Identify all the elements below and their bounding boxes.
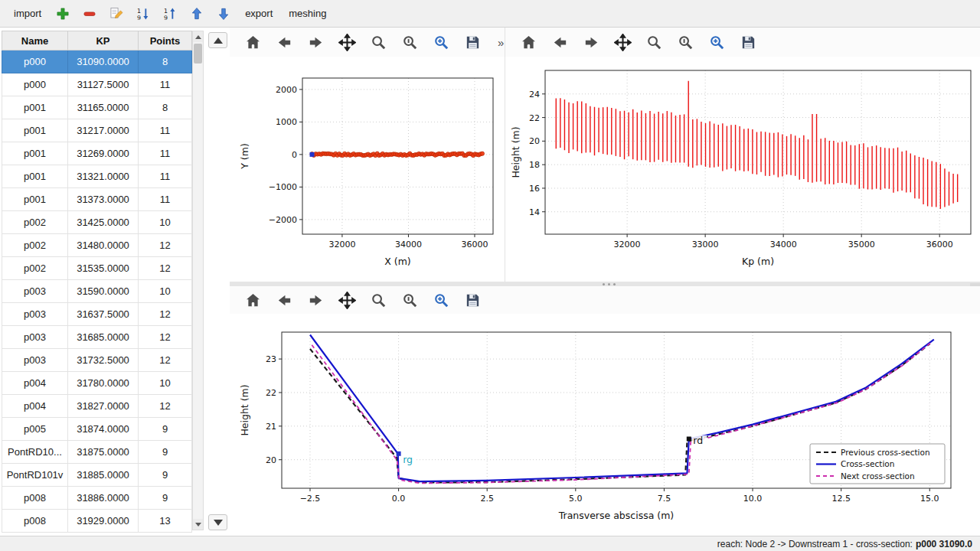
svg-text:0: 0 [292, 150, 297, 160]
zoom-rect-button[interactable] [432, 33, 451, 52]
column-header-kp[interactable]: KP [68, 31, 139, 51]
cell-points: 9 [139, 487, 192, 510]
column-header-name[interactable]: Name [2, 31, 68, 51]
home-button[interactable] [243, 291, 263, 310]
svg-text:21: 21 [266, 422, 276, 432]
cross-section-table: Name KP Points p00031090.00008p00031127.… [2, 31, 192, 533]
save-button[interactable] [739, 33, 758, 52]
table-row[interactable]: p00431780.000010 [2, 372, 192, 395]
cross-section-plot[interactable]: rgrdPrevious cross-sectionCross-sectionN… [230, 314, 980, 536]
column-header-points[interactable]: Points [139, 31, 192, 51]
sort-descending-button[interactable] [133, 4, 153, 24]
scroll-up-button[interactable] [193, 31, 203, 42]
forward-button[interactable] [306, 291, 325, 310]
zoom-icon [645, 34, 663, 51]
svg-text:32000: 32000 [614, 240, 641, 249]
scrollbar-thumb[interactable] [194, 44, 202, 64]
cell-kp: 31875.0000 [68, 441, 139, 464]
cell-points: 11 [139, 119, 192, 142]
table-row[interactable]: p00331685.000012 [2, 326, 192, 349]
svg-text:−2.5: −2.5 [300, 494, 321, 504]
zoom-rect-button[interactable] [707, 33, 727, 52]
pan-button[interactable] [613, 33, 632, 52]
table-row[interactable]: p00131321.000011 [2, 165, 192, 188]
cell-name: p001 [2, 142, 68, 165]
table-scrollbar[interactable] [192, 31, 204, 530]
zoom-button[interactable] [645, 33, 664, 52]
panel-up-button[interactable] [208, 32, 227, 48]
table-row[interactable]: p00331732.500012 [2, 349, 192, 372]
cell-kp: 31535.0000 [68, 257, 139, 280]
pan-button[interactable] [338, 291, 357, 310]
cross-section-list-panel: Name KP Points p00031090.00008p00031127.… [0, 28, 230, 536]
forward-button[interactable] [306, 33, 325, 52]
zoom-button[interactable] [369, 291, 388, 310]
arrow-up-icon [189, 6, 204, 21]
table-row[interactable]: p00231480.000012 [2, 234, 192, 257]
subplots-button[interactable] [400, 33, 420, 52]
table-row[interactable]: p00131217.000011 [2, 119, 192, 142]
table-row[interactable]: p00031090.00008 [2, 51, 192, 73]
cell-name: p001 [2, 188, 68, 211]
move-down-button[interactable] [214, 4, 234, 24]
svg-text:Y (m): Y (m) [239, 143, 250, 170]
table-row[interactable]: p00131373.000011 [2, 188, 192, 211]
home-button[interactable] [243, 33, 263, 52]
forward-icon [583, 34, 600, 51]
sort-ascending-icon [162, 6, 178, 21]
import-button[interactable]: import [9, 5, 46, 22]
add-cross-section-button[interactable] [53, 4, 73, 24]
longitudinal-profile-plot[interactable]: 3200033000340003500036000141618202224Kp … [505, 57, 980, 282]
table-row[interactable]: p00331637.500012 [2, 303, 192, 326]
table-row[interactable]: p00031127.500011 [2, 73, 192, 96]
export-button[interactable]: export [240, 5, 277, 22]
panel-down-button[interactable] [208, 514, 227, 530]
svg-text:35000: 35000 [848, 240, 875, 249]
cell-name: p004 [2, 395, 68, 418]
table-row[interactable]: p00431827.000012 [2, 395, 192, 418]
table-row[interactable]: p00331590.000010 [2, 280, 192, 303]
table-row[interactable]: p00531874.00009 [2, 418, 192, 441]
cross-section-plot-toolbar [230, 286, 980, 314]
subplots-button[interactable] [400, 291, 420, 310]
home-icon [244, 292, 262, 309]
table-row[interactable]: PontRD10...31875.00009 [2, 441, 192, 464]
down-triangle-icon [214, 520, 223, 526]
table-row[interactable]: PontRD101v31885.00009 [2, 464, 192, 487]
save-button[interactable] [463, 291, 482, 310]
zoom-rect-button[interactable] [432, 291, 451, 310]
back-button[interactable] [275, 291, 294, 310]
table-row[interactable]: p00231535.000012 [2, 257, 192, 280]
cell-kp: 31217.0000 [68, 119, 139, 142]
table-row[interactable]: p00831929.000013 [2, 510, 192, 533]
svg-text:34000: 34000 [770, 240, 797, 249]
back-button[interactable] [275, 33, 294, 52]
cell-points: 13 [139, 510, 192, 533]
status-reach-text: reach: Node 2 -> Downstream 1 - cross-se… [717, 539, 913, 549]
table-row[interactable]: p00231425.000010 [2, 211, 192, 234]
move-up-button[interactable] [187, 4, 207, 24]
zoom-button[interactable] [369, 33, 388, 52]
home-button[interactable] [519, 33, 538, 52]
subplots-button[interactable] [676, 33, 695, 52]
forward-button[interactable] [582, 33, 601, 52]
table-row[interactable]: p00831886.00009 [2, 487, 192, 510]
pan-button[interactable] [338, 33, 357, 52]
meshing-button[interactable]: meshing [284, 5, 331, 22]
remove-cross-section-button[interactable] [80, 4, 100, 24]
svg-text:22: 22 [529, 113, 540, 123]
table-row[interactable]: p00131165.00008 [2, 96, 192, 119]
edit-button[interactable] [106, 4, 126, 24]
table-row[interactable]: p00131269.000011 [2, 142, 192, 165]
toolbar-overflow-chevron[interactable]: » [498, 36, 504, 49]
cell-kp: 31425.0000 [68, 211, 139, 234]
cell-name: p001 [2, 165, 68, 188]
save-icon [464, 34, 482, 51]
scroll-down-button[interactable] [193, 519, 203, 530]
cell-kp: 31127.5000 [68, 73, 139, 96]
plan-view-plot[interactable]: 320003400036000200010000−1000−2000X (m)Y… [230, 57, 505, 282]
svg-text:32000: 32000 [328, 240, 355, 249]
save-button[interactable] [463, 33, 482, 52]
sort-ascending-button[interactable] [160, 4, 180, 24]
back-button[interactable] [550, 33, 570, 52]
